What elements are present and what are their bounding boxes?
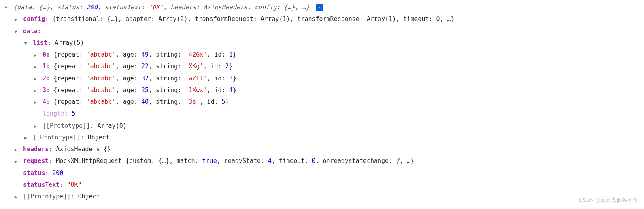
expand-toggle-proto[interactable]: ▶ bbox=[13, 194, 19, 200]
expand-toggle-proto[interactable]: ▶ bbox=[23, 135, 28, 141]
value-list: Array(5) bbox=[55, 39, 84, 46]
value-prototype: Array(0) bbox=[98, 122, 127, 129]
prop-list[interactable]: list: bbox=[33, 39, 51, 46]
list-item: ▶ 4: {repeat: 'abcabc', age: 40, string:… bbox=[3, 96, 641, 108]
expand-toggle-list[interactable]: ▼ bbox=[23, 41, 28, 46]
value-prototype: Object bbox=[78, 193, 100, 200]
prop-prototype[interactable]: [[Prototype]]: bbox=[33, 134, 84, 141]
expand-toggle-item[interactable]: ▶ bbox=[32, 76, 38, 82]
prop-prototype[interactable]: [[Prototype]]: bbox=[43, 122, 94, 129]
expand-toggle-item[interactable]: ▶ bbox=[32, 88, 38, 94]
expand-toggle-root[interactable]: ▼ bbox=[3, 5, 9, 11]
prop-prototype[interactable]: [[Prototype]]: bbox=[23, 193, 74, 200]
expand-toggle-headers[interactable]: ▶ bbox=[13, 147, 19, 153]
value-length: 5 bbox=[72, 110, 75, 117]
prop-data[interactable]: data: bbox=[23, 27, 41, 35]
prop-index[interactable]: 1: bbox=[43, 63, 50, 70]
list-item: ▶ 2: {repeat: 'abcabc', age: 32, string:… bbox=[3, 73, 641, 84]
value-headers: AxiosHeaders {} bbox=[56, 146, 111, 153]
expand-toggle-config[interactable]: ▶ bbox=[13, 17, 19, 23]
prop-index[interactable]: 4: bbox=[43, 98, 50, 106]
prop-length[interactable]: length: bbox=[43, 110, 72, 117]
expand-toggle-item[interactable]: ▶ bbox=[32, 64, 38, 70]
list-item: ▶ 1: {repeat: 'abcabc', age: 22, string:… bbox=[3, 61, 641, 72]
prop-index[interactable]: 2: bbox=[43, 75, 50, 82]
prop-status[interactable]: status: bbox=[23, 169, 49, 177]
list-item: ▶ 0: {repeat: 'abcabc', age: 49, string:… bbox=[3, 49, 641, 61]
prop-headers[interactable]: headers: bbox=[23, 146, 52, 153]
prop-statustext[interactable]: statusText: bbox=[23, 181, 63, 188]
info-icon[interactable]: i bbox=[316, 4, 323, 11]
expand-toggle-data[interactable]: ▼ bbox=[13, 29, 19, 35]
expand-toggle-item[interactable]: ▶ bbox=[32, 100, 38, 106]
prop-index[interactable]: 0: bbox=[43, 51, 50, 58]
value-statustext: "OK" bbox=[67, 181, 81, 188]
prop-config[interactable]: config: bbox=[23, 15, 49, 23]
expand-toggle-proto[interactable]: ▶ bbox=[32, 124, 38, 129]
value-prototype: Object bbox=[88, 134, 110, 141]
value-config: {transitional: {…}, adapter: Array(2), t… bbox=[52, 15, 454, 23]
summary-line: {data: {…}, status: 200, statusText: 'OK… bbox=[13, 4, 313, 11]
prop-index[interactable]: 3: bbox=[43, 87, 50, 94]
expand-toggle-request[interactable]: ▶ bbox=[13, 159, 19, 165]
prop-request[interactable]: request: bbox=[23, 157, 52, 165]
value-status: 200 bbox=[52, 169, 63, 177]
list-item: ▶ 3: {repeat: 'abcabc', age: 25, string:… bbox=[3, 84, 641, 96]
expand-toggle-item[interactable]: ▶ bbox=[32, 53, 38, 58]
